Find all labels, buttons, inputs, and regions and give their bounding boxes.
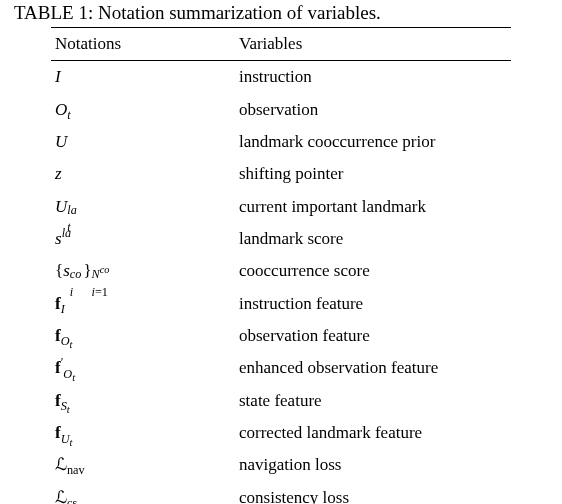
variable-cell: shifting pointer: [235, 158, 511, 190]
notation-cell: ℒnav: [51, 449, 235, 481]
table-row: Ulandmark cooccurrence prior: [51, 126, 511, 158]
variable-cell: instruction: [235, 61, 511, 94]
table-container: Notations Variables IinstructionOtobserv…: [51, 27, 511, 504]
table-row: ℒcsconsistency loss: [51, 482, 511, 504]
table-row: Otobservation: [51, 94, 511, 126]
variable-cell: landmark cooccurrence prior: [235, 126, 511, 158]
variable-cell: observation feature: [235, 320, 511, 352]
table-row: f′Otenhanced observation feature: [51, 352, 511, 384]
table-row: fIinstruction feature: [51, 288, 511, 320]
variable-cell: enhanced observation feature: [235, 352, 511, 384]
notation-table: Notations Variables IinstructionOtobserv…: [51, 27, 511, 504]
variable-cell: corrected landmark feature: [235, 417, 511, 449]
table-row: fUtcorrected landmark feature: [51, 417, 511, 449]
notation-cell: fSt: [51, 385, 235, 417]
table-header-row: Notations Variables: [51, 28, 511, 61]
variable-cell: landmark score: [235, 223, 511, 255]
notation-cell: Ulat: [51, 191, 235, 223]
variable-cell: instruction feature: [235, 288, 511, 320]
variable-cell: current important landmark: [235, 191, 511, 223]
notation-cell: z: [51, 158, 235, 190]
variable-cell: navigation loss: [235, 449, 511, 481]
table-row: ℒnavnavigation loss: [51, 449, 511, 481]
variable-cell: cooccurrence score: [235, 255, 511, 287]
notation-cell: f′Ot: [51, 352, 235, 384]
notation-cell: fI: [51, 288, 235, 320]
table-row: {scoi }Ncoi=1cooccurrence score: [51, 255, 511, 287]
table-row: slalandmark score: [51, 223, 511, 255]
table-caption: TABLE 1: Notation summarization of varia…: [14, 2, 548, 24]
header-notations: Notations: [51, 28, 235, 61]
table-row: fStstate feature: [51, 385, 511, 417]
notation-cell: U: [51, 126, 235, 158]
page: TABLE 1: Notation summarization of varia…: [0, 0, 562, 504]
notation-cell: fUt: [51, 417, 235, 449]
table-row: Ulatcurrent important landmark: [51, 191, 511, 223]
table-row: fOtobservation feature: [51, 320, 511, 352]
table-row: Iinstruction: [51, 61, 511, 94]
variable-cell: state feature: [235, 385, 511, 417]
notation-cell: {scoi }Ncoi=1: [51, 255, 235, 287]
notation-cell: fOt: [51, 320, 235, 352]
variable-cell: consistency loss: [235, 482, 511, 504]
table-row: zshifting pointer: [51, 158, 511, 190]
notation-cell: I: [51, 61, 235, 94]
header-variables: Variables: [235, 28, 511, 61]
variable-cell: observation: [235, 94, 511, 126]
notation-cell: ℒcs: [51, 482, 235, 504]
notation-cell: sla: [51, 223, 235, 255]
notation-cell: Ot: [51, 94, 235, 126]
